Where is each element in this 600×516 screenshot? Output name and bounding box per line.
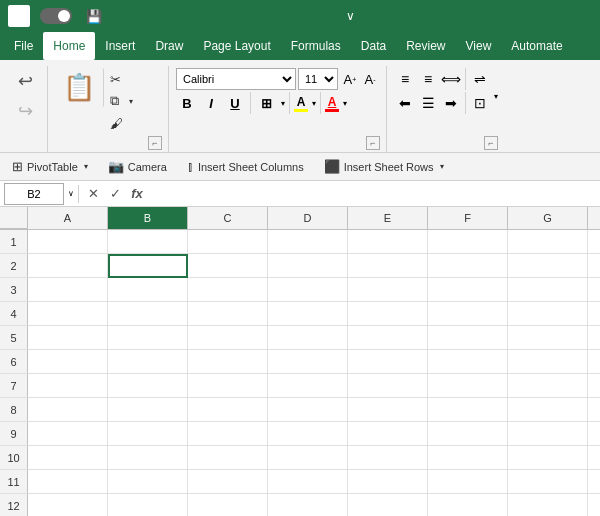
cell-E2[interactable] (348, 254, 428, 278)
row-num-5[interactable]: 5 (0, 326, 28, 350)
row-num-12[interactable]: 12 (0, 494, 28, 516)
border-dropdown-arrow[interactable]: ▾ (281, 99, 285, 108)
copy-button[interactable]: ⧉ ▾ (106, 90, 137, 112)
alignment-expand-button[interactable]: ⌐ (484, 136, 498, 150)
format-painter-button[interactable]: 🖌 (106, 112, 137, 134)
cell-B5[interactable] (108, 326, 188, 350)
cell-E11[interactable] (348, 470, 428, 494)
cell-G3[interactable] (508, 278, 588, 302)
cell-B4[interactable] (108, 302, 188, 326)
cell-F8[interactable] (428, 398, 508, 422)
col-header-G[interactable]: G (508, 207, 588, 229)
cell-D5[interactable] (268, 326, 348, 350)
row-num-11[interactable]: 11 (0, 470, 28, 494)
cell-H6[interactable] (588, 350, 600, 374)
cell-B9[interactable] (108, 422, 188, 446)
row-num-7[interactable]: 7 (0, 374, 28, 398)
clipboard-expand-button[interactable]: ⌐ (148, 136, 162, 150)
fill-dropdown-arrow[interactable]: ▾ (312, 99, 316, 108)
cell-F5[interactable] (428, 326, 508, 350)
cell-H11[interactable] (588, 470, 600, 494)
merge-button[interactable]: ⊡ (469, 92, 491, 114)
cell-E1[interactable] (348, 230, 428, 254)
cell-B6[interactable] (108, 350, 188, 374)
col-header-D[interactable]: D (268, 207, 348, 229)
cell-A9[interactable] (28, 422, 108, 446)
cell-E7[interactable] (348, 374, 428, 398)
cell-B11[interactable] (108, 470, 188, 494)
cell-F2[interactable] (428, 254, 508, 278)
cell-D8[interactable] (268, 398, 348, 422)
cell-G5[interactable] (508, 326, 588, 350)
cell-H2[interactable] (588, 254, 600, 278)
cell-A1[interactable] (28, 230, 108, 254)
cell-D1[interactable] (268, 230, 348, 254)
row-num-9[interactable]: 9 (0, 422, 28, 446)
cell-C6[interactable] (188, 350, 268, 374)
cell-A12[interactable] (28, 494, 108, 516)
cell-C3[interactable] (188, 278, 268, 302)
merge-dropdown-arrow[interactable]: ▾ (494, 92, 498, 114)
row-num-2[interactable]: 2 (0, 254, 28, 278)
menu-data[interactable]: Data (351, 32, 396, 60)
cell-F10[interactable] (428, 446, 508, 470)
cell-H7[interactable] (588, 374, 600, 398)
cell-D11[interactable] (268, 470, 348, 494)
cut-button[interactable]: ✂ (106, 68, 137, 90)
cell-F11[interactable] (428, 470, 508, 494)
font-grow-button[interactable]: A+ (340, 68, 360, 90)
cell-D2[interactable] (268, 254, 348, 278)
cell-C4[interactable] (188, 302, 268, 326)
cell-H1[interactable] (588, 230, 600, 254)
cell-E10[interactable] (348, 446, 428, 470)
cell-E6[interactable] (348, 350, 428, 374)
cell-C1[interactable] (188, 230, 268, 254)
wrap-text-button[interactable]: ⇌ (469, 68, 491, 90)
cell-A10[interactable] (28, 446, 108, 470)
cell-B3[interactable] (108, 278, 188, 302)
cell-C5[interactable] (188, 326, 268, 350)
undo-button[interactable]: ↩ (16, 68, 35, 94)
cell-C8[interactable] (188, 398, 268, 422)
font-size-select[interactable]: 11 (298, 68, 338, 90)
row-num-4[interactable]: 4 (0, 302, 28, 326)
cell-reference-input[interactable] (4, 183, 64, 205)
bold-button[interactable]: B (176, 92, 198, 114)
cell-H10[interactable] (588, 446, 600, 470)
cell-H5[interactable] (588, 326, 600, 350)
cell-H3[interactable] (588, 278, 600, 302)
cell-H8[interactable] (588, 398, 600, 422)
font-name-select[interactable]: Calibri (176, 68, 296, 90)
cell-E4[interactable] (348, 302, 428, 326)
menu-draw[interactable]: Draw (145, 32, 193, 60)
cell-G4[interactable] (508, 302, 588, 326)
cell-G11[interactable] (508, 470, 588, 494)
cell-G1[interactable] (508, 230, 588, 254)
col-header-H[interactable]: H (588, 207, 600, 229)
align-top-left-button[interactable]: ≡ (394, 68, 416, 90)
cell-G7[interactable] (508, 374, 588, 398)
cell-D6[interactable] (268, 350, 348, 374)
cell-H9[interactable] (588, 422, 600, 446)
menu-file[interactable]: File (4, 32, 43, 60)
camera-button[interactable]: 📷 Camera (100, 155, 175, 179)
cell-C7[interactable] (188, 374, 268, 398)
row-num-10[interactable]: 10 (0, 446, 28, 470)
cell-F3[interactable] (428, 278, 508, 302)
cell-D9[interactable] (268, 422, 348, 446)
cell-H12[interactable] (588, 494, 600, 516)
menu-formulas[interactable]: Formulas (281, 32, 351, 60)
align-center-button[interactable]: ☰ (417, 92, 439, 114)
paste-button[interactable]: 📋 (55, 68, 104, 107)
insert-rows-button[interactable]: ⬛ Insert Sheet Rows ▾ (316, 155, 452, 179)
pivot-dropdown-arrow[interactable]: ▾ (84, 162, 88, 171)
align-right-button[interactable]: ➡ (440, 92, 462, 114)
row-num-8[interactable]: 8 (0, 398, 28, 422)
formula-confirm-button[interactable]: ✓ (105, 184, 125, 204)
cell-F7[interactable] (428, 374, 508, 398)
menu-review[interactable]: Review (396, 32, 455, 60)
cell-B8[interactable] (108, 398, 188, 422)
menu-page-layout[interactable]: Page Layout (193, 32, 280, 60)
cell-F12[interactable] (428, 494, 508, 516)
cell-E12[interactable] (348, 494, 428, 516)
